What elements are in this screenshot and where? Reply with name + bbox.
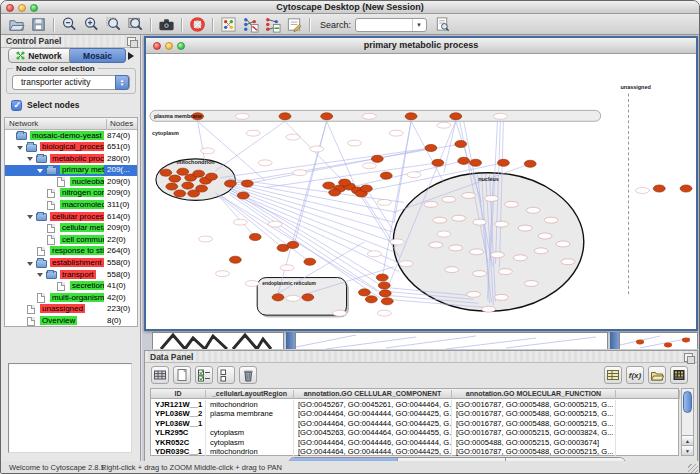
resize-grip[interactable] xyxy=(688,464,698,474)
network-node xyxy=(287,241,299,248)
column-header[interactable]: annotation.GO CELLULAR_COMPONENT xyxy=(294,390,452,399)
nucleus-label: nucleus xyxy=(478,176,499,182)
tree-row[interactable]: primary metabo209(... xyxy=(5,165,137,177)
filter-button[interactable] xyxy=(432,16,452,34)
birds-eye-view[interactable] xyxy=(8,363,132,453)
tab-mosaic[interactable]: Mosaic xyxy=(70,48,126,63)
tab-network[interactable]: Network xyxy=(8,48,70,63)
zoom-selected-button[interactable] xyxy=(103,16,123,34)
control-panel-tabs: Network Mosaic xyxy=(8,48,134,63)
cell-id: YDR039C__1 xyxy=(151,447,206,457)
dp-grid-button[interactable] xyxy=(151,366,169,384)
tree-row-nodes-count: 42(0) xyxy=(107,293,126,302)
tree-row[interactable]: establishment of lo558(0) xyxy=(5,258,137,270)
zoom-fit-button[interactable] xyxy=(125,16,145,34)
dp-select-attributes-button[interactable] xyxy=(195,366,213,384)
tree-row-nodes-count: 614(0) xyxy=(107,212,130,221)
tree-row-nodes-count: 22(0) xyxy=(107,235,126,244)
dp-function-icon: f(x) xyxy=(629,371,641,380)
table-row[interactable]: YPL036W__2plasma membrane[GO:0044464, GO… xyxy=(151,409,678,419)
tree-row[interactable]: macromolecule311(0) xyxy=(5,200,137,212)
tree-header[interactable]: Network Nodes xyxy=(5,118,137,130)
scroll-down-icon[interactable]: ▼ xyxy=(682,445,693,455)
network-window-titlebar[interactable]: primary metabolic process xyxy=(146,38,696,54)
tree-row[interactable]: biological_process651(0) xyxy=(5,142,137,154)
column-header[interactable]: ID xyxy=(151,390,206,399)
tree-row[interactable]: nitrogen compo209(0) xyxy=(5,188,137,200)
tree-row-nodes-count: 264(0) xyxy=(107,246,130,255)
background-window-thumbnail[interactable] xyxy=(619,332,698,349)
search-dropdown-icon[interactable]: ▼ xyxy=(412,19,425,31)
network-node xyxy=(224,180,236,187)
show-all-icon xyxy=(264,16,281,33)
data-panel-header: Data Panel xyxy=(145,351,697,363)
dp-table-button[interactable] xyxy=(604,366,622,384)
table-row[interactable]: YDR039C__1mitochondrion[GO:0044464, GO:0… xyxy=(151,447,678,457)
dp-new-attribute-button[interactable] xyxy=(173,366,191,384)
tree-row[interactable]: multi-organism pro42(0) xyxy=(5,292,137,304)
table-scrollbar[interactable]: ▲ ▼ xyxy=(681,388,694,456)
tree-row[interactable]: mosaic-demo-yeast874(0) xyxy=(5,130,137,142)
dp-import-button[interactable] xyxy=(648,366,666,384)
expand-triangle-icon[interactable] xyxy=(17,146,23,150)
scroll-up-icon[interactable]: ▲ xyxy=(682,435,693,445)
tree-row[interactable]: metabolic process280(0) xyxy=(5,153,137,165)
zoom-in-button[interactable] xyxy=(81,16,101,34)
select-nodes-checkbox[interactable] xyxy=(11,100,22,111)
expand-triangle-icon[interactable] xyxy=(27,157,33,161)
network-node xyxy=(365,296,377,303)
table-row[interactable]: YJR121W__1mitochondrion[GO:0045267, GO:0… xyxy=(151,399,678,409)
window-titlebar[interactable]: Cytoscape Desktop (New Session) xyxy=(1,1,699,14)
dp-function-button[interactable]: f(x) xyxy=(626,366,644,384)
hide-selected-button[interactable] xyxy=(240,16,260,34)
tree-row[interactable]: nucleobase-209(0) xyxy=(5,176,137,188)
window-edge-bar[interactable] xyxy=(286,332,295,349)
expand-triangle-icon[interactable] xyxy=(37,169,43,173)
window-edge-bar[interactable] xyxy=(610,332,619,349)
scrollbar-thumb[interactable] xyxy=(683,391,692,413)
tree-row-label: nucleobase- xyxy=(70,177,104,186)
dp-matrix-button[interactable] xyxy=(670,366,688,384)
table-row[interactable]: YPL036W__1[GO:0044464, GO:0044444, GO:00… xyxy=(151,418,678,428)
background-window-thumbnail[interactable] xyxy=(152,332,284,349)
float-panel-icon[interactable] xyxy=(127,37,136,46)
tree-row[interactable]: unassigned223(0) xyxy=(5,304,137,316)
expand-triangle-icon[interactable] xyxy=(27,262,33,266)
open-button[interactable] xyxy=(6,16,26,34)
manage-networks-button[interactable] xyxy=(218,16,238,34)
tree-row[interactable]: Overview8(0) xyxy=(5,316,137,328)
table-row[interactable]: YLR295Ccytoplasm[GO:0045263, GO:0044464,… xyxy=(151,428,678,438)
attribute-table[interactable]: ID_cellularLayoutRegionannotation.GO CEL… xyxy=(150,388,679,456)
zoom-out-button[interactable] xyxy=(59,16,79,34)
network-node xyxy=(680,185,692,192)
tab-overflow-icon[interactable] xyxy=(128,52,134,60)
dp-unselect-attributes-button[interactable] xyxy=(217,366,235,384)
data-panel-float-icon[interactable] xyxy=(684,353,693,362)
network-view-window[interactable]: primary metabolic process plasma membran… xyxy=(144,36,698,331)
table-row[interactable]: YKR052Ccytoplasm[GO:0044464, GO:0044446,… xyxy=(151,437,678,447)
zoom-fit-icon xyxy=(127,16,144,33)
tree-row[interactable]: response to stimulu264(0) xyxy=(5,246,137,258)
save-button[interactable] xyxy=(28,16,48,34)
column-header[interactable]: annotation.GO MOLECULAR_FUNCTION xyxy=(452,390,616,399)
tree-row[interactable]: secretion41(0) xyxy=(5,281,137,293)
search-input[interactable]: ▼ xyxy=(355,18,427,32)
tree-row[interactable]: cell communicat22(0) xyxy=(5,234,137,246)
network-canvas[interactable]: plasma membranecytoplasmmitochondrionnuc… xyxy=(146,54,696,329)
background-window-thumbnail[interactable] xyxy=(295,332,608,349)
toolbar-separator xyxy=(181,18,182,32)
annotations-button[interactable] xyxy=(284,16,304,34)
expand-triangle-icon[interactable] xyxy=(27,215,33,219)
tree-row[interactable]: cellular metabo209(0) xyxy=(5,223,137,235)
node-color-dropdown[interactable]: transporter activity ▲▼ xyxy=(12,75,130,90)
column-header[interactable]: _cellularLayoutRegion xyxy=(206,390,294,399)
dp-delete-button[interactable] xyxy=(239,366,257,384)
help-button[interactable] xyxy=(187,16,207,34)
attribute-table-header[interactable]: ID_cellularLayoutRegionannotation.GO CEL… xyxy=(151,389,678,399)
expand-triangle-icon[interactable] xyxy=(37,273,43,277)
tree-row-label: mosaic-demo-yeast xyxy=(30,131,104,140)
show-all-button[interactable] xyxy=(262,16,282,34)
camera-button[interactable] xyxy=(156,16,176,34)
tree-row[interactable]: transport558(0) xyxy=(5,269,137,281)
tree-row[interactable]: cellular process614(0) xyxy=(5,211,137,223)
